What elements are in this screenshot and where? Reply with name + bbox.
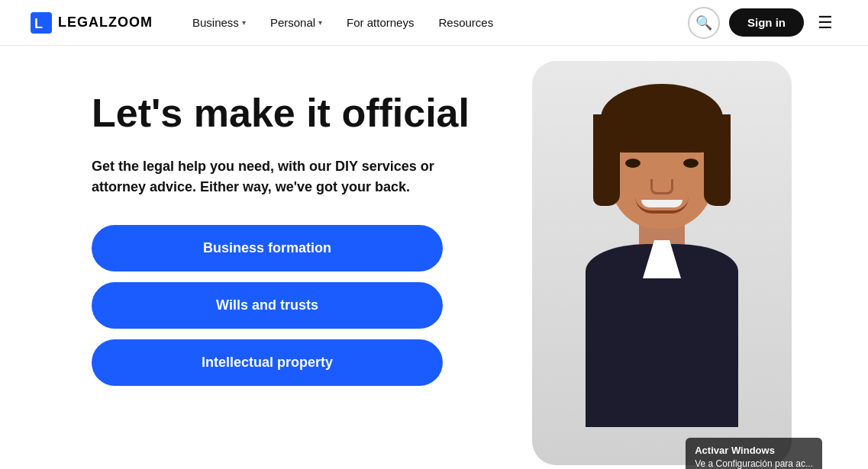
business-formation-button[interactable]: Business formation: [92, 225, 443, 271]
legalzoom-logo-icon: L: [31, 12, 52, 34]
chevron-down-icon: ▾: [242, 18, 246, 27]
nav-personal[interactable]: Personal ▾: [261, 10, 331, 35]
nav-right: 🔍 Sign in ☰: [688, 7, 837, 39]
intellectual-property-button[interactable]: Intellectual property: [92, 339, 443, 386]
nav-business-label: Business: [192, 16, 239, 29]
search-button[interactable]: 🔍: [688, 7, 720, 39]
activation-title: Activar Windows: [695, 444, 813, 458]
hero-subtitle: Get the legal help you need, with our DI…: [92, 156, 473, 198]
nav-attorneys-label: For attorneys: [347, 16, 414, 29]
main-content: Let's make it official Get the legal hel…: [0, 46, 868, 469]
nav-business[interactable]: Business ▾: [183, 10, 255, 35]
activation-notice: Activar Windows Ve a Configuración para …: [686, 438, 822, 469]
nav-for-attorneys[interactable]: For attorneys: [337, 10, 423, 35]
navbar: L LEGALZOOM Business ▾ Personal ▾ For at…: [0, 0, 868, 46]
hero-title: Let's make it official: [92, 92, 534, 135]
cta-buttons: Business formation Wills and trusts Inte…: [92, 225, 443, 386]
attorney-image-section: Activar Windows Ve a Configuración para …: [532, 61, 822, 469]
nav-links: Business ▾ Personal ▾ For attorneys Reso…: [183, 10, 688, 35]
svg-text:L: L: [34, 16, 43, 31]
attorney-background: [532, 61, 792, 465]
logo-text: LEGALZOOM: [58, 14, 153, 31]
logo[interactable]: L LEGALZOOM: [31, 12, 153, 34]
nav-resources[interactable]: Resources: [429, 10, 502, 35]
wills-trusts-button[interactable]: Wills and trusts: [92, 282, 443, 329]
attorney-card: [532, 61, 792, 465]
hero-section: Let's make it official Get the legal hel…: [92, 84, 534, 386]
chevron-down-icon: ▾: [318, 18, 322, 27]
activation-body: Ve a Configuración para ac...: [695, 458, 813, 469]
nav-personal-label: Personal: [270, 16, 315, 29]
signin-button[interactable]: Sign in: [729, 8, 804, 37]
search-icon: 🔍: [695, 14, 712, 31]
nav-resources-label: Resources: [438, 16, 493, 29]
menu-button[interactable]: ☰: [813, 8, 837, 37]
hamburger-icon: ☰: [818, 13, 833, 32]
